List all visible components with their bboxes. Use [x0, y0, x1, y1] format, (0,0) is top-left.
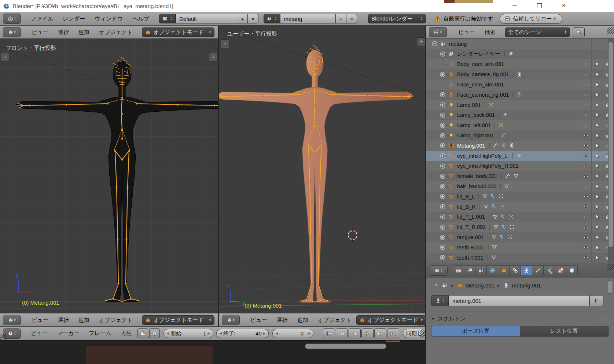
visibility-toggle-icon[interactable]	[583, 133, 589, 139]
selectable-toggle-icon[interactable]	[594, 234, 600, 240]
expand-toggle-icon[interactable]	[439, 183, 446, 190]
visibility-toggle-icon[interactable]	[583, 183, 589, 190]
expand-toggle-icon[interactable]	[439, 163, 446, 170]
visibility-toggle-icon[interactable]	[583, 163, 589, 169]
outliner-row[interactable]: metarig	[426, 39, 614, 49]
breadcrumb-data[interactable]: metarig.001	[512, 282, 541, 289]
selectable-toggle-icon[interactable]	[594, 153, 600, 159]
menu-render[interactable]: レンダー	[58, 15, 90, 22]
menu-marker[interactable]: マーカー	[52, 330, 84, 337]
delete-screen-button[interactable]: ×	[248, 14, 258, 23]
outliner-scrollbar[interactable]	[608, 42, 613, 248]
fake-user-button[interactable]: F	[589, 295, 603, 306]
selectable-toggle-icon[interactable]	[594, 214, 600, 220]
editor-type-3dview-button[interactable]: ▲▼	[3, 315, 21, 325]
reload-trusted-button[interactable]: 信頼してリロード	[500, 14, 562, 24]
menu-view[interactable]: ビュー	[27, 29, 53, 36]
selectable-toggle-icon[interactable]	[594, 224, 600, 230]
selectable-toggle-icon[interactable]	[594, 143, 600, 149]
expand-toggle-icon[interactable]	[439, 122, 446, 129]
selectable-toggle-icon[interactable]	[594, 245, 600, 250]
tab-physics[interactable]	[566, 265, 578, 275]
selectable-toggle-icon[interactable]	[594, 102, 600, 108]
menu-view[interactable]: ビュー	[453, 29, 480, 36]
properties-scrollbar[interactable]	[608, 281, 613, 294]
visibility-toggle-icon[interactable]	[583, 173, 589, 179]
outliner-row[interactable]: teeth.B.001	[426, 242, 614, 253]
tab-constraints[interactable]	[510, 265, 521, 275]
selectable-toggle-icon[interactable]	[594, 204, 600, 210]
visibility-toggle-icon[interactable]	[583, 204, 589, 210]
search-button[interactable]	[573, 27, 585, 37]
panel-grip-icon[interactable]: ::::::::	[603, 317, 608, 320]
menu-window[interactable]: ウィンドウ	[90, 15, 128, 22]
rest-position-button[interactable]: レスト位置	[520, 326, 609, 337]
outliner-row[interactable]: female_body.001	[426, 171, 614, 181]
editor-type-info-button[interactable]: ▲▼	[3, 14, 21, 24]
expand-toggle-icon[interactable]	[439, 71, 446, 78]
sidebar-expand-button[interactable]: +	[209, 53, 218, 62]
menu-help[interactable]: ヘルプ	[128, 15, 154, 22]
selectable-toggle-icon[interactable]	[594, 92, 600, 98]
expand-toggle-icon[interactable]	[439, 142, 446, 149]
visibility-toggle-icon[interactable]	[583, 214, 589, 220]
pin-icon[interactable]	[433, 282, 439, 289]
menu-add[interactable]: 追加	[74, 29, 94, 36]
visibility-toggle-icon[interactable]	[583, 71, 589, 78]
visibility-toggle-icon[interactable]	[583, 61, 589, 67]
editor-type-outliner-button[interactable]: ▲▼	[429, 27, 447, 37]
visibility-toggle-icon[interactable]	[583, 102, 589, 108]
outliner-row[interactable]: Face_camera_rig.001	[426, 90, 614, 100]
next-keyframe-button[interactable]	[374, 328, 386, 338]
sync-mode-select[interactable]: 同期しない	[403, 329, 425, 338]
expand-toggle-icon[interactable]	[439, 132, 446, 139]
mode-select[interactable]: オブジェクトモード ▲▼	[142, 315, 214, 325]
previous-keyframe-button[interactable]	[336, 328, 348, 338]
selectable-toggle-icon[interactable]	[594, 133, 600, 138]
jump-to-end-button[interactable]	[387, 328, 399, 338]
expand-toggle-icon[interactable]	[439, 193, 446, 200]
expand-toggle-icon[interactable]	[439, 91, 446, 98]
selectable-toggle-icon[interactable]	[594, 61, 600, 67]
play-button[interactable]	[361, 328, 374, 338]
mode-select[interactable]: オブジェクトモード ▲▼	[142, 27, 214, 37]
toolbar-expand-button[interactable]: +	[221, 40, 229, 48]
scene-name-field[interactable]: metarig	[280, 14, 336, 23]
mode-select[interactable]: オブジェクトモード ▲▼	[356, 315, 426, 325]
visibility-toggle-icon[interactable]	[583, 112, 589, 118]
menu-frame[interactable]: フレーム	[84, 330, 116, 337]
selectable-toggle-icon[interactable]	[594, 255, 600, 261]
preview-range-toggle[interactable]	[137, 328, 148, 338]
play-reverse-button[interactable]	[349, 328, 361, 338]
visibility-toggle-icon[interactable]	[583, 92, 589, 98]
visibility-toggle-icon[interactable]	[583, 153, 589, 159]
tab-texture[interactable]	[555, 265, 566, 275]
outliner-row[interactable]: Body_camera_rig.001	[426, 69, 614, 79]
selectable-toggle-icon[interactable]	[594, 183, 600, 189]
menu-view[interactable]: ビュー	[246, 317, 272, 324]
timeline-track[interactable]	[0, 340, 425, 364]
restore-button[interactable]	[531, 0, 548, 11]
selectable-toggle-icon[interactable]	[594, 173, 600, 179]
visibility-toggle-icon[interactable]	[583, 224, 589, 230]
outliner-row[interactable]: hair_back45.000	[426, 181, 614, 192]
pose-position-button[interactable]: ポーズ位置	[431, 326, 520, 337]
menu-object[interactable]: オブジェクト	[94, 29, 137, 36]
outliner[interactable]: metarigレンダーレイヤーBody_cam_aim.001Body_came…	[426, 39, 614, 263]
expand-toggle-icon[interactable]	[439, 224, 446, 231]
menu-select[interactable]: 選択	[53, 29, 74, 36]
outliner-row[interactable]: Face_cam_aim.001	[426, 79, 614, 90]
tab-render-layers[interactable]	[464, 265, 475, 275]
outliner-row[interactable]: Body_cam_aim.001	[426, 59, 614, 70]
outliner-row[interactable]: lid_T_R.002	[426, 222, 614, 232]
outliner-row[interactable]: Lamp.001	[426, 100, 614, 110]
timeline-scrollbar[interactable]	[305, 343, 386, 349]
outliner-row[interactable]: teeth.T.001	[426, 253, 614, 263]
selectable-toggle-icon[interactable]	[594, 71, 600, 77]
delete-scene-button[interactable]: ×	[346, 14, 357, 23]
skeleton-panel-header[interactable]: ▼ スケルトン ::::::::	[426, 312, 614, 325]
expand-toggle-icon[interactable]	[439, 244, 446, 251]
outliner-row[interactable]: Metarig.001	[426, 141, 614, 151]
expand-toggle-icon[interactable]	[439, 152, 446, 159]
menu-view[interactable]: ビュー	[26, 330, 52, 337]
